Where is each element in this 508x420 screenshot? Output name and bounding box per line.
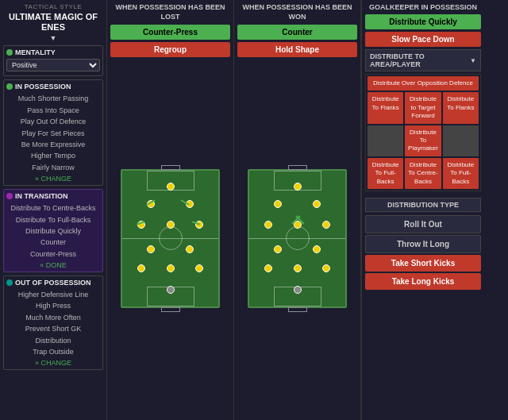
possession-item: Higher Tempo: [6, 150, 100, 161]
out-of-possession-header: OUT OF POSSESSION: [6, 279, 100, 287]
distribute-cell-target-forward[interactable]: Distribute to Target Forward: [405, 92, 441, 123]
pitch-lost: [121, 169, 220, 308]
change-button[interactable]: » CHANGE: [6, 175, 100, 183]
distribute-header[interactable]: DISTRIBUTE TO AREA/PLAYER ▼: [365, 49, 481, 71]
in-transition-label: IN TRANSITION: [15, 192, 68, 200]
possession-lost-panel: WHEN POSSESSION HAS BEEN LOST Counter-Pr…: [107, 0, 234, 420]
mentality-section: Mentality Positive: [3, 45, 103, 76]
possession-items: Much Shorter Passing Pass Into Space Pla…: [6, 93, 100, 173]
tactical-dropdown[interactable]: ▼: [3, 34, 103, 42]
transition-item: Distribute Quickly: [6, 225, 100, 237]
transition-item: Counter: [6, 237, 100, 248]
distribute-cell-playmaker[interactable]: Distribute To Playmaker: [405, 125, 441, 156]
center-circle-won: [286, 226, 310, 250]
possession-item: Pass Into Space: [6, 105, 100, 116]
in-transition-section: IN TRANSITION Distribute To Centre-Backs…: [3, 189, 103, 272]
player-lost-9: [137, 264, 145, 272]
take-long-kicks-button[interactable]: Take Long Kicks: [365, 273, 481, 290]
distribute-header-label: DISTRIBUTE TO AREA/PLAYER: [370, 52, 470, 68]
player-lost-11: [195, 264, 203, 272]
dist-type-title: DISTRIBUTION TYPE: [365, 198, 481, 212]
out-possession-item: Trap Outside: [6, 346, 100, 357]
player-won-11: [322, 264, 330, 272]
goal-bottom-won: [288, 307, 307, 312]
in-possession-section: IN POSSESSION Much Shorter Passing Pass …: [3, 79, 103, 186]
player-won-2: [274, 200, 282, 208]
tactical-style-label: TACTICAL STYLE: [3, 3, 103, 10]
middle-container: WHEN POSSESSION HAS BEEN LOST Counter-Pr…: [107, 0, 508, 420]
possession-item: Much Shorter Passing: [6, 93, 100, 104]
goalkeeper-panel: GOALKEEPER IN POSSESSION Distribute Quic…: [361, 0, 484, 420]
out-possession-item: Higher Defensive Line: [6, 289, 100, 300]
mentality-header: Mentality: [6, 48, 100, 56]
transition-item: Distribute To Full-Backs: [6, 214, 100, 225]
gk-lost: [167, 286, 175, 294]
player-won-6: [322, 221, 330, 229]
tactical-style-title: ULTIMATE MAGIC OF ENES: [3, 12, 103, 33]
distribute-cell-fullbacks-left[interactable]: Distribute To Full-Backs: [368, 158, 403, 189]
distribute-cell-centrebacks[interactable]: Distribute To Centre-Backs: [405, 158, 441, 189]
goal-bottom-lost: [161, 307, 180, 312]
distribute-cell-flanks-right[interactable]: Distribute To Flanks: [443, 92, 479, 123]
chevron-icon: ▼: [470, 57, 476, 64]
distribution-type: DISTRIBUTION TYPE Roll It Out Throw It L…: [365, 198, 481, 291]
possession-item: Be More Expressive: [6, 139, 100, 150]
player-won-3: [313, 200, 321, 208]
distribute-grid: Distribute Over Opposition Defence Distr…: [365, 74, 481, 191]
transition-item: Distribute To Centre-Backs: [6, 202, 100, 214]
possession-lost-title: WHEN POSSESSION HAS BEEN LOST: [110, 3, 230, 21]
distribute-cell-over-defence[interactable]: Distribute Over Opposition Defence: [368, 76, 479, 91]
take-short-kicks-button[interactable]: Take Short Kicks: [365, 255, 481, 272]
out-possession-item: Prevent Short GK Distribution: [6, 323, 100, 346]
distribute-cell-flanks-left[interactable]: Distribute To Flanks: [368, 92, 403, 123]
pitch-won-container: [237, 60, 357, 417]
distribute-area: DISTRIBUTE TO AREA/PLAYER ▼ Distribute O…: [365, 49, 481, 191]
possession-item: Play For Set Pieces: [6, 128, 100, 139]
distribute-cell-empty-right: [443, 125, 479, 156]
done-button[interactable]: « DONE: [6, 261, 100, 269]
possession-item: Play Out Of Defence: [6, 116, 100, 127]
player-lost-1: [167, 183, 175, 191]
center-circle-lost: [159, 226, 183, 250]
hold-shape-button[interactable]: Hold Shape: [237, 42, 357, 57]
out-of-possession-label: OUT OF POSSESSION: [15, 279, 91, 287]
out-possession-item: Much More Often: [6, 312, 100, 323]
distribute-cell-fullbacks-right[interactable]: Distribute To Full-Backs: [443, 158, 479, 189]
player-won-1: [294, 183, 302, 191]
in-possession-dot: [6, 83, 13, 90]
roll-it-out-button[interactable]: Roll It Out: [365, 215, 481, 233]
counter-button[interactable]: Counter: [237, 25, 357, 40]
mentality-dot: [6, 49, 13, 56]
player-won-9: [264, 264, 272, 272]
mentality-row: Positive: [6, 59, 100, 71]
change2-button[interactable]: » CHANGE: [6, 359, 100, 367]
possession-item: Fairly Narrow: [6, 162, 100, 173]
player-won-7: [274, 245, 282, 253]
possession-won-panel: WHEN POSSESSION HAS BEEN WON Counter Hol…: [234, 0, 361, 420]
counter-press-button[interactable]: Counter-Press: [110, 25, 230, 40]
player-lost-5: [167, 221, 175, 229]
transition-item: Counter-Press: [6, 249, 100, 260]
player-won-10: [294, 264, 302, 272]
out-possession-item: High Press: [6, 300, 100, 311]
out-of-possession-section: OUT OF POSSESSION Higher Defensive Line …: [3, 276, 103, 370]
in-possession-header: IN POSSESSION: [6, 83, 100, 91]
sidebar: TACTICAL STYLE ULTIMATE MAGIC OF ENES ▼ …: [0, 0, 107, 420]
goal-top-won: [288, 165, 307, 170]
throw-it-long-button[interactable]: Throw It Long: [365, 235, 481, 253]
player-lost-8: [186, 245, 194, 253]
pitch-lost-container: [110, 60, 230, 417]
regroup-button[interactable]: Regroup: [110, 42, 230, 57]
distribute-quickly-button[interactable]: Distribute Quickly: [365, 14, 481, 29]
mentality-label: Mentality: [15, 48, 56, 56]
slow-pace-button[interactable]: Slow Pace Down: [365, 32, 481, 47]
possession-won-title: WHEN POSSESSION HAS BEEN WON: [237, 3, 357, 21]
in-transition-dot: [6, 193, 13, 199]
player-lost-7: [147, 245, 155, 253]
player-won-8: [313, 245, 321, 253]
mentality-select[interactable]: Positive: [6, 59, 100, 71]
player-won-4: [264, 221, 272, 229]
distribute-cell-empty-left: [368, 125, 403, 156]
in-possession-label: IN POSSESSION: [15, 83, 71, 91]
transition-items: Distribute To Centre-Backs Distribute To…: [6, 202, 100, 260]
